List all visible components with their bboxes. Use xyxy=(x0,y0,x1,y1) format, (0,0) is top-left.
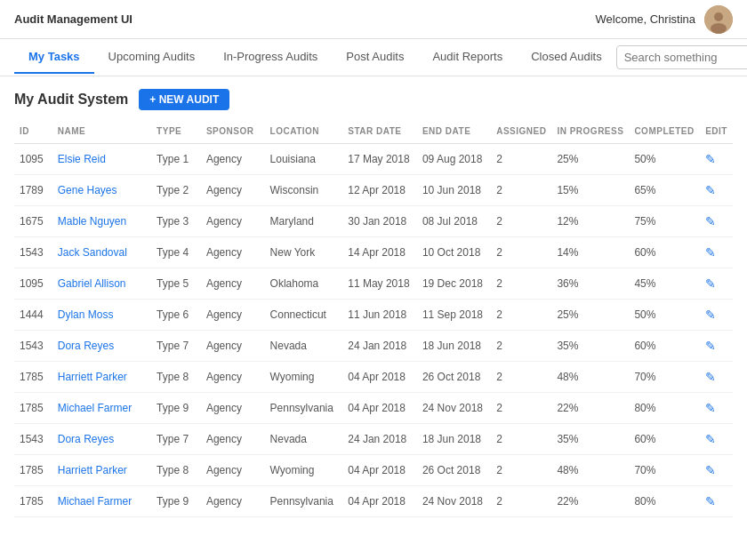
cell-start: 11 Jun 2018 xyxy=(342,300,417,331)
name-link[interactable]: Harriett Parker xyxy=(58,371,127,383)
name-link[interactable]: Dora Reyes xyxy=(58,340,114,352)
cell-name: Harriett Parker xyxy=(52,455,151,486)
cell-edit: ✎ xyxy=(700,455,733,486)
col-header-sponsor: SPONSOR xyxy=(201,119,265,144)
cell-completed: 50% xyxy=(629,300,700,331)
cell-sponsor: Agency xyxy=(201,144,265,175)
table-header-row: ID NAME TYPE SPONSOR LOCATION STAR DATE … xyxy=(14,119,733,144)
tab-upcoming-audits[interactable]: Upcoming Audits xyxy=(94,41,210,74)
new-audit-button[interactable]: + NEW AUDIT xyxy=(139,89,229,110)
edit-icon[interactable]: ✎ xyxy=(705,339,716,353)
cell-sponsor: Agency xyxy=(201,331,265,362)
edit-icon[interactable]: ✎ xyxy=(705,432,716,446)
table-row: 1785 Harriett Parker Type 8 Agency Wyomi… xyxy=(14,455,733,486)
cell-edit: ✎ xyxy=(700,144,733,175)
svg-point-1 xyxy=(714,12,723,21)
cell-name: Michael Farmer xyxy=(52,393,151,424)
table-row: 1543 Dora Reyes Type 7 Agency Nevada 24 … xyxy=(14,331,733,362)
edit-icon[interactable]: ✎ xyxy=(705,276,716,291)
name-link[interactable]: Dora Reyes xyxy=(58,433,114,445)
table-row: 1543 Dora Reyes Type 7 Agency Nevada 24 … xyxy=(14,424,733,455)
cell-name: Dora Reyes xyxy=(52,424,151,455)
edit-icon[interactable]: ✎ xyxy=(705,214,716,228)
edit-icon[interactable]: ✎ xyxy=(705,245,716,260)
cell-end: 08 Jul 2018 xyxy=(417,206,491,237)
nav-tabs: My Tasks Upcoming Audits In-Progress Aud… xyxy=(0,39,747,76)
welcome-text: Welcome, Christina xyxy=(596,12,695,26)
search-input[interactable] xyxy=(624,51,747,64)
cell-end: 26 Oct 2018 xyxy=(417,455,491,486)
name-link[interactable]: Mable Nguyen xyxy=(58,215,126,228)
tab-closed-audits[interactable]: Closed Audits xyxy=(517,41,616,74)
edit-icon[interactable]: ✎ xyxy=(705,463,716,477)
edit-icon[interactable]: ✎ xyxy=(705,308,716,322)
cell-start: 04 Apr 2018 xyxy=(342,393,417,424)
cell-name: Dora Reyes xyxy=(52,331,151,362)
name-link[interactable]: Elsie Reid xyxy=(58,153,106,165)
edit-icon[interactable]: ✎ xyxy=(705,152,716,166)
cell-inprogress: 35% xyxy=(551,331,629,362)
name-link[interactable]: Gene Hayes xyxy=(58,184,117,196)
col-header-name: NAME xyxy=(52,119,151,144)
app-header: Audit Management UI Welcome, Christina xyxy=(0,0,747,39)
tab-my-tasks[interactable]: My Tasks xyxy=(14,41,94,74)
cell-type: Type 9 xyxy=(151,393,201,424)
cell-end: 09 Aug 2018 xyxy=(417,144,491,175)
cell-assigned: 2 xyxy=(491,268,551,300)
tab-audit-reports[interactable]: Audit Reports xyxy=(418,41,517,74)
search-box xyxy=(616,45,747,69)
cell-id: 1095 xyxy=(14,268,52,300)
table-row: 1785 Michael Farmer Type 9 Agency Pennsy… xyxy=(14,486,733,517)
page-header: My Audit System + NEW AUDIT xyxy=(0,76,747,119)
name-link[interactable]: Michael Farmer xyxy=(58,495,132,508)
cell-assigned: 2 xyxy=(491,455,551,486)
table-row: 1444 Dylan Moss Type 6 Agency Connecticu… xyxy=(14,300,733,331)
cell-sponsor: Agency xyxy=(201,300,265,331)
cell-location: Nevada xyxy=(265,424,343,455)
cell-location: Wisconsin xyxy=(265,175,343,206)
cell-start: 04 Apr 2018 xyxy=(342,362,417,393)
cell-id: 1785 xyxy=(14,455,52,486)
name-link[interactable]: Michael Farmer xyxy=(58,402,132,414)
edit-icon[interactable]: ✎ xyxy=(705,183,716,197)
cell-type: Type 9 xyxy=(151,486,201,517)
name-link[interactable]: Dylan Moss xyxy=(58,308,114,321)
edit-icon[interactable]: ✎ xyxy=(705,370,716,384)
cell-completed: 60% xyxy=(629,424,700,455)
cell-sponsor: Agency xyxy=(201,455,265,486)
cell-location: Maryland xyxy=(265,206,343,237)
cell-location: Pennsylvania xyxy=(265,486,343,517)
table-row: 1789 Gene Hayes Type 2 Agency Wisconsin … xyxy=(14,175,733,206)
cell-edit: ✎ xyxy=(700,175,733,206)
cell-location: Wyoming xyxy=(265,455,343,486)
name-link[interactable]: Harriett Parker xyxy=(58,464,127,476)
cell-edit: ✎ xyxy=(700,300,733,331)
avatar[interactable] xyxy=(704,5,733,34)
cell-end: 24 Nov 2018 xyxy=(417,393,491,424)
cell-sponsor: Agency xyxy=(201,486,265,517)
cell-name: Mable Nguyen xyxy=(52,206,151,237)
name-link[interactable]: Gabriel Allison xyxy=(58,277,126,290)
cell-type: Type 3 xyxy=(151,206,201,237)
cell-edit: ✎ xyxy=(700,393,733,424)
cell-sponsor: Agency xyxy=(201,175,265,206)
tab-inprogress-audits[interactable]: In-Progress Audits xyxy=(209,41,332,74)
cell-sponsor: Agency xyxy=(201,237,265,268)
edit-icon[interactable]: ✎ xyxy=(705,401,716,415)
name-link[interactable]: Jack Sandoval xyxy=(58,246,127,259)
cell-id: 1785 xyxy=(14,393,52,424)
cell-completed: 45% xyxy=(629,268,700,300)
cell-completed: 80% xyxy=(629,486,700,517)
cell-end: 18 Jun 2018 xyxy=(417,424,491,455)
tab-post-audits[interactable]: Post Audits xyxy=(332,41,418,74)
cell-start: 17 May 2018 xyxy=(342,144,417,175)
cell-location: Nevada xyxy=(265,331,343,362)
cell-completed: 70% xyxy=(629,362,700,393)
edit-icon[interactable]: ✎ xyxy=(705,494,716,508)
cell-id: 1785 xyxy=(14,362,52,393)
app-title: Audit Management UI xyxy=(14,12,133,26)
cell-id: 1095 xyxy=(14,144,52,175)
cell-type: Type 2 xyxy=(151,175,201,206)
cell-id: 1444 xyxy=(14,300,52,331)
cell-location: Connecticut xyxy=(265,300,343,331)
